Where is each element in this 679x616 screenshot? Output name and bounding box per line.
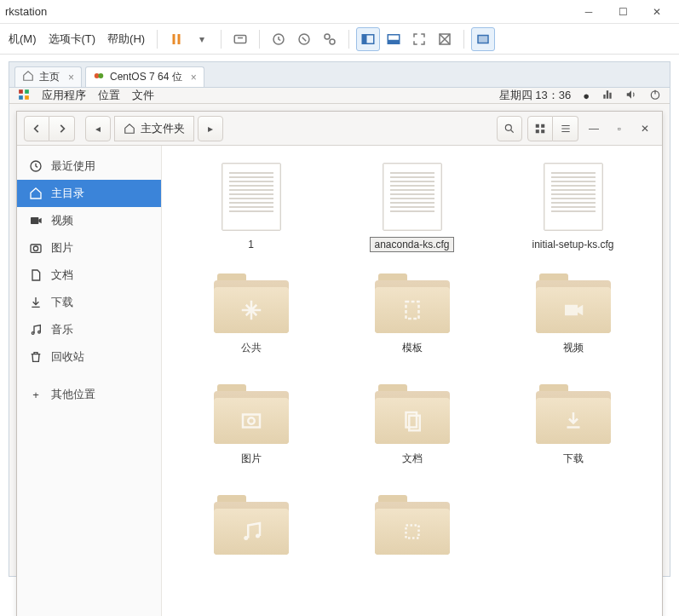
window-minimize-button[interactable]: — [584, 118, 604, 139]
guest-desktop: 应用程序 位置 文件 星期四 13：36 ● ◂ 主文件夹 ▸ [9, 87, 670, 577]
path-forward-icon[interactable]: ▸ [198, 116, 223, 141]
back-button[interactable] [24, 116, 49, 141]
view-console-icon[interactable] [382, 27, 406, 51]
places-label[interactable]: 位置 [98, 88, 120, 103]
folder-item[interactable]: 公共 [183, 273, 319, 384]
folder-item[interactable]: 模板 [344, 273, 480, 384]
path-back-icon[interactable]: ◂ [85, 116, 111, 141]
menu-help[interactable]: 帮助(H) [102, 28, 150, 50]
unity-icon[interactable] [433, 27, 457, 51]
window-close-button[interactable]: ✕ [635, 118, 655, 139]
search-button[interactable] [497, 116, 522, 141]
folder-icon [375, 384, 450, 444]
svg-rect-2 [234, 35, 246, 43]
folder-icon [375, 495, 450, 555]
sidebar-toggle-icon[interactable] [356, 27, 380, 51]
file-item[interactable]: anaconda-ks.cfg [344, 163, 480, 273]
svg-rect-27 [31, 217, 38, 224]
vm-menubar: 机(M) 选项卡(T) 帮助(H) ▾ [0, 24, 679, 55]
menu-vm[interactable]: 机(M) [3, 28, 42, 50]
tab-home[interactable]: 主页 × [14, 66, 82, 87]
vm-tabs-bar: 主页 × CentOS 7 64 位 × [9, 61, 670, 87]
snapshot-revert-icon[interactable] [292, 27, 316, 51]
item-label: 文档 [399, 451, 426, 467]
item-label: anaconda-ks.cfg [371, 238, 452, 251]
thumbnail-bar-icon[interactable] [471, 27, 495, 51]
gnome-top-bar: 应用程序 位置 文件 星期四 13：36 ● [9, 88, 670, 104]
app-launcher-icon[interactable] [18, 89, 30, 103]
folder-item[interactable]: 视频 [505, 273, 642, 384]
sidebar-item-label: 图片 [51, 240, 73, 256]
sidebar-item-documents[interactable]: 文档 [17, 262, 161, 289]
icon-view-button[interactable] [527, 116, 553, 141]
sidebar-item-other[interactable]: +其他位置 [17, 381, 161, 408]
tab-guest[interactable]: CentOS 7 64 位 × [85, 66, 204, 87]
tab-home-label: 主页 [39, 70, 60, 84]
sidebar-item-home[interactable]: 主目录 [17, 180, 161, 207]
file-grid[interactable]: 1anaconda-ks.cfginitial-setup-ks.cfg公共模板… [162, 146, 662, 616]
svg-rect-34 [243, 415, 260, 428]
menu-tabs[interactable]: 选项卡(T) [43, 28, 101, 50]
sidebar-item-pictures[interactable]: 图片 [17, 234, 161, 262]
svg-point-6 [330, 39, 335, 44]
forward-button[interactable] [49, 116, 75, 141]
sidebar-item-label: 下载 [51, 295, 73, 310]
file-item[interactable]: initial-setup-ks.cfg [505, 163, 642, 273]
sidebar-item-downloads[interactable]: 下载 [17, 289, 161, 316]
maximize-button[interactable]: ☐ [606, 0, 640, 24]
folder-item[interactable] [183, 495, 319, 606]
folder-item[interactable]: 文档 [344, 384, 480, 495]
sidebar-item-trash[interactable]: 回收站 [17, 343, 161, 371]
list-view-button[interactable] [553, 116, 578, 141]
separator [221, 30, 222, 49]
dropdown-icon[interactable]: ▾ [190, 27, 214, 51]
sidebar-item-music[interactable]: 音乐 [17, 316, 161, 343]
item-label: 模板 [399, 340, 426, 356]
pause-icon[interactable] [164, 27, 188, 51]
send-ctrl-alt-del-icon[interactable] [228, 27, 252, 51]
svg-rect-16 [19, 89, 23, 94]
folder-item[interactable]: 图片 [183, 384, 319, 495]
svg-rect-1 [178, 34, 181, 44]
sidebar-item-label: 视频 [51, 213, 73, 228]
item-label: 图片 [238, 451, 265, 467]
svg-rect-0 [173, 34, 176, 44]
clock-label[interactable]: 星期四 13：36 [499, 88, 572, 103]
window-maximize-button[interactable]: ▫ [609, 118, 630, 139]
sidebar-item-label: 其他位置 [51, 387, 95, 402]
path-segment-home[interactable]: 主文件夹 [114, 116, 194, 141]
item-label: 1 [245, 238, 257, 251]
close-button[interactable]: ✕ [640, 0, 674, 24]
folder-item[interactable] [344, 495, 480, 606]
svg-rect-10 [388, 39, 400, 43]
snapshot-manager-icon[interactable] [318, 27, 342, 51]
file-manager-header: ◂ 主文件夹 ▸ — ▫ ✕ [17, 112, 662, 146]
power-icon[interactable] [649, 89, 661, 103]
sidebar-item-label: 回收站 [51, 349, 84, 365]
snapshot-take-icon[interactable] [267, 27, 291, 51]
tab-close-icon[interactable]: × [68, 72, 74, 83]
files-label[interactable]: 文件 [132, 88, 154, 103]
separator [463, 30, 464, 49]
svg-point-21 [505, 124, 511, 130]
folder-item[interactable]: 下载 [505, 384, 642, 495]
sidebar-item-videos[interactable]: 视频 [17, 207, 161, 234]
network-icon[interactable] [601, 89, 613, 103]
document-icon [383, 163, 442, 231]
item-label: 视频 [560, 340, 587, 356]
folder-icon [536, 273, 611, 333]
tab-close-icon[interactable]: × [191, 72, 197, 83]
applications-label[interactable]: 应用程序 [42, 88, 86, 103]
system-tray: 星期四 13：36 ● [499, 88, 661, 103]
file-item[interactable]: 1 [183, 163, 319, 273]
document-icon [222, 163, 281, 231]
svg-point-29 [33, 246, 37, 250]
sidebar-item-recent[interactable]: 最近使用 [17, 153, 161, 180]
volume-icon[interactable] [625, 89, 637, 103]
item-label: initial-setup-ks.cfg [528, 238, 617, 251]
sidebar-item-label: 最近使用 [51, 158, 95, 174]
minimize-button[interactable]: ─ [572, 0, 606, 24]
path-segment-label: 主文件夹 [141, 121, 185, 136]
fullscreen-icon[interactable] [407, 27, 431, 51]
home-icon [22, 70, 34, 84]
